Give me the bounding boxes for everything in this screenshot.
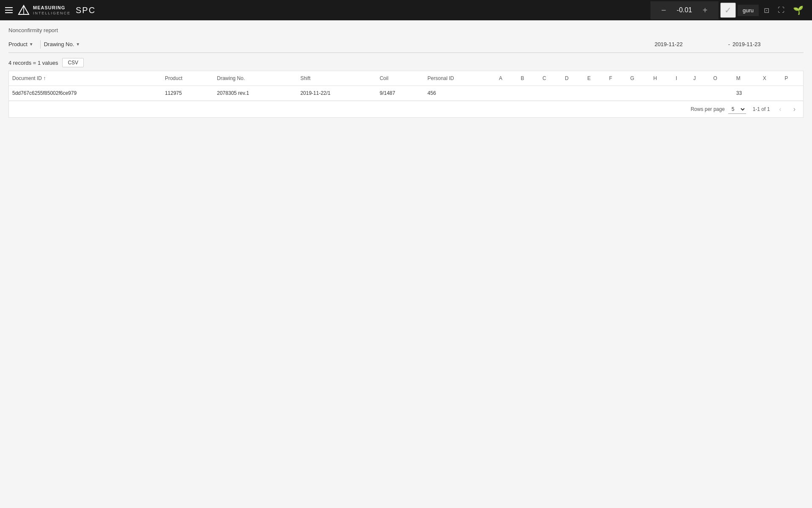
table-cell [672, 86, 690, 101]
table-cell [781, 86, 803, 101]
prev-page-button[interactable]: ‹ [776, 105, 784, 114]
col-header-personal-id: Personal ID [424, 71, 496, 86]
table-cell [539, 86, 562, 101]
table-cell: 112975 [162, 86, 214, 101]
table-body: 5dd767c6255f85002f6ce9791129752078305 re… [9, 86, 803, 101]
table-cell [690, 86, 710, 101]
table-cell [710, 86, 732, 101]
col-header-o: O [710, 71, 732, 86]
counter-value: -0.01 [674, 6, 695, 14]
product-filter[interactable]: Product ▼ [8, 39, 37, 49]
table-cell [760, 86, 782, 101]
records-bar: 4 records = 1 values CSV [8, 58, 804, 67]
csv-export-button[interactable]: CSV [62, 58, 84, 67]
col-header-c: C [539, 71, 562, 86]
decrement-button[interactable]: − [657, 3, 671, 18]
data-table-container: Document ID ↑ Product Drawing No. Shift … [8, 71, 804, 118]
logo: MEASURING INTELLIGENCE SPC [18, 4, 96, 16]
table-cell [517, 86, 539, 101]
pagination-bar: Rows per page 5 10 25 1-1 of 1 ‹ › [9, 101, 803, 117]
product-filter-label: Product [8, 41, 27, 47]
col-header-i: I [672, 71, 690, 86]
col-header-b: B [517, 71, 539, 86]
col-header-x: X [760, 71, 782, 86]
col-header-d: D [562, 71, 584, 86]
filter-divider-1 [40, 40, 41, 49]
date-from-input[interactable] [655, 41, 726, 47]
data-table: Document ID ↑ Product Drawing No. Shift … [9, 71, 803, 101]
brand-subtitle: INTELLIGENCE [33, 11, 71, 15]
col-header-p: P [781, 71, 803, 86]
expand-button[interactable]: ⛶ [774, 5, 788, 16]
counter-display: − -0.01 + [650, 1, 719, 19]
table-cell: 456 [424, 86, 496, 101]
user-display: guru [738, 5, 759, 16]
hamburger-menu[interactable] [5, 7, 13, 13]
drawing-no-dropdown-arrow: ▼ [76, 42, 80, 47]
product-dropdown-arrow: ▼ [29, 42, 33, 47]
table-cell [606, 86, 627, 101]
rows-per-page-label: Rows per page [691, 106, 725, 112]
date-separator: - [728, 41, 730, 47]
plant-icon: 🌱 [790, 3, 807, 17]
col-header-m: M [733, 71, 760, 86]
table-cell: 9/1487 [376, 86, 424, 101]
drawing-no-filter[interactable]: Drawing No. ▼ [44, 39, 83, 49]
rows-per-page-select[interactable]: 5 10 25 [728, 105, 746, 114]
table-header-row: Document ID ↑ Product Drawing No. Shift … [9, 71, 803, 86]
col-header-a: A [496, 71, 518, 86]
login-icon-button[interactable]: ⊡ [760, 5, 773, 16]
col-header-product: Product [162, 71, 214, 86]
table-cell [650, 86, 672, 101]
table-cell: 2019-11-22/1 [297, 86, 376, 101]
table-cell [584, 86, 606, 101]
increment-button[interactable]: + [698, 3, 712, 18]
col-header-drawing-no: Drawing No. [214, 71, 297, 86]
col-header-document-id[interactable]: Document ID ↑ [9, 71, 162, 86]
table-cell [627, 86, 650, 101]
table-cell: 2078305 rev.1 [214, 86, 297, 101]
main-content: Nonconfirmity report Product ▼ Drawing N… [0, 20, 812, 508]
brand-name: MEASURING [33, 5, 71, 11]
page-info-label: 1-1 of 1 [753, 106, 770, 112]
col-header-f: F [606, 71, 627, 86]
logo-icon [18, 4, 30, 16]
next-page-button[interactable]: › [791, 105, 798, 114]
table-cell [562, 86, 584, 101]
date-range-filter: - [655, 41, 804, 47]
table-row[interactable]: 5dd767c6255f85002f6ce9791129752078305 re… [9, 86, 803, 101]
page-title: Nonconfirmity report [8, 27, 804, 33]
col-header-j: J [690, 71, 710, 86]
top-navigation: MEASURING INTELLIGENCE SPC − -0.01 + ✓ g… [0, 0, 812, 20]
col-header-coil: Coil [376, 71, 424, 86]
table-cell: 5dd767c6255f85002f6ce979 [9, 86, 162, 101]
filter-bar: Product ▼ Drawing No. ▼ - [8, 39, 804, 53]
col-header-g: G [627, 71, 650, 86]
col-header-shift: Shift [297, 71, 376, 86]
col-header-h: H [650, 71, 672, 86]
rows-per-page-control: Rows per page 5 10 25 [691, 105, 746, 114]
check-button[interactable]: ✓ [720, 3, 736, 18]
app-title: SPC [76, 6, 96, 15]
table-cell: 33 [733, 86, 760, 101]
table-cell [496, 86, 518, 101]
col-header-e: E [584, 71, 606, 86]
drawing-no-filter-label: Drawing No. [44, 41, 74, 47]
records-count-text: 4 records = 1 values [8, 60, 58, 66]
date-to-input[interactable] [732, 41, 804, 47]
username-label: guru [743, 7, 754, 14]
